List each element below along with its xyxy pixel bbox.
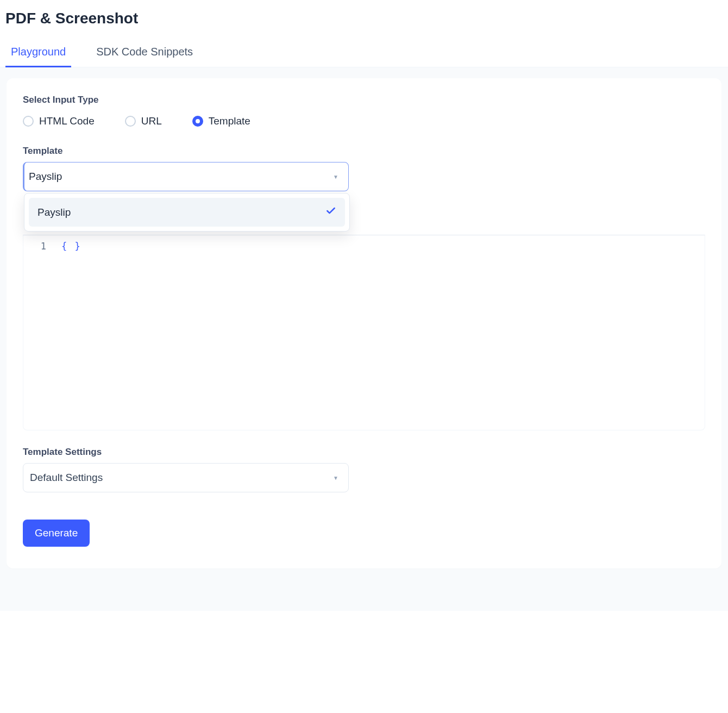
- line-number: 1: [23, 241, 46, 252]
- radio-template[interactable]: Template: [192, 115, 250, 127]
- content-area: Select Input Type HTML Code URL Template…: [0, 67, 728, 611]
- template-field-label: Template: [23, 146, 705, 157]
- input-type-radio-group: HTML Code URL Template: [23, 115, 705, 127]
- settings-select-value: Default Settings: [30, 472, 103, 484]
- radio-label: URL: [141, 115, 162, 127]
- template-select[interactable]: Payslip ▼ Payslip: [23, 162, 349, 191]
- option-label: Payslip: [37, 207, 71, 218]
- chevron-down-icon: ▼: [333, 475, 338, 481]
- input-type-label: Select Input Type: [23, 95, 705, 105]
- editor-body[interactable]: { }: [61, 235, 81, 430]
- check-icon: [325, 205, 336, 219]
- template-settings-block: Template Settings Default Settings ▼: [23, 447, 705, 492]
- template-select-value: Payslip: [29, 171, 62, 183]
- editor-gutter: 1: [23, 235, 61, 430]
- playground-card: Select Input Type HTML Code URL Template…: [7, 78, 721, 568]
- page-title: PDF & Screenshot: [0, 0, 728, 38]
- radio-url[interactable]: URL: [125, 115, 162, 127]
- tab-playground[interactable]: Playground: [5, 38, 71, 67]
- template-settings-select[interactable]: Default Settings ▼: [23, 463, 349, 492]
- template-option-payslip[interactable]: Payslip: [29, 198, 345, 227]
- code-editor[interactable]: 1 { }: [23, 235, 705, 430]
- chevron-down-icon: ▼: [333, 174, 338, 180]
- radio-icon: [192, 116, 203, 127]
- tabs-bar: Playground SDK Code Snippets: [0, 38, 728, 67]
- editor-content: { }: [61, 241, 81, 252]
- generate-button[interactable]: Generate: [23, 520, 90, 547]
- radio-label: HTML Code: [39, 115, 95, 127]
- tab-sdk-code-snippets[interactable]: SDK Code Snippets: [91, 38, 198, 67]
- radio-label: Template: [209, 115, 250, 127]
- radio-icon: [23, 116, 34, 127]
- template-settings-label: Template Settings: [23, 447, 705, 458]
- radio-icon: [125, 116, 136, 127]
- radio-html-code[interactable]: HTML Code: [23, 115, 95, 127]
- template-dropdown: Payslip: [24, 193, 350, 232]
